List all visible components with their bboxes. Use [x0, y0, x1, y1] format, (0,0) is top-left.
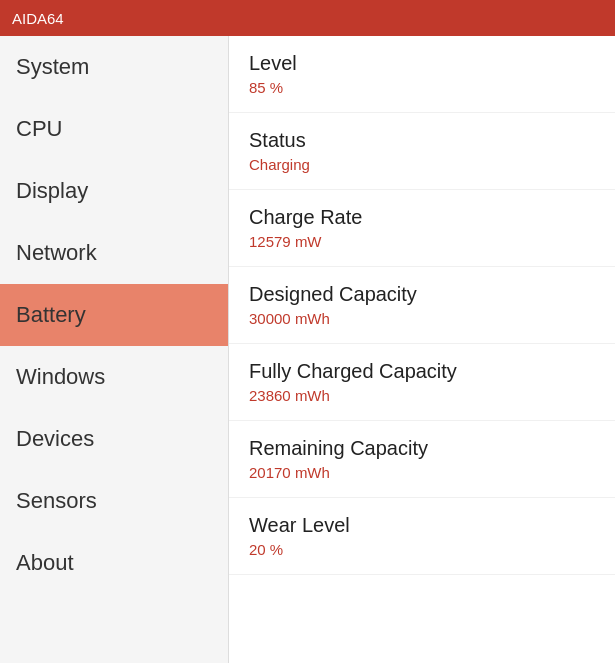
- info-value: 30000 mWh: [249, 310, 595, 327]
- title-bar: AIDA64: [0, 0, 615, 36]
- sidebar-item-sensors[interactable]: Sensors: [0, 470, 228, 532]
- sidebar-item-cpu[interactable]: CPU: [0, 98, 228, 160]
- sidebar-item-network[interactable]: Network: [0, 222, 228, 284]
- sidebar: SystemCPUDisplayNetworkBatteryWindowsDev…: [0, 36, 229, 663]
- info-value: 23860 mWh: [249, 387, 595, 404]
- info-value: 85 %: [249, 79, 595, 96]
- info-value: 20170 mWh: [249, 464, 595, 481]
- info-row: Charge Rate12579 mW: [229, 190, 615, 267]
- info-value: 12579 mW: [249, 233, 595, 250]
- sidebar-item-about[interactable]: About: [0, 532, 228, 594]
- info-label: Level: [249, 52, 595, 75]
- sidebar-item-battery[interactable]: Battery: [0, 284, 228, 346]
- info-label: Fully Charged Capacity: [249, 360, 595, 383]
- info-row: Level85 %: [229, 36, 615, 113]
- info-label: Charge Rate: [249, 206, 595, 229]
- info-label: Remaining Capacity: [249, 437, 595, 460]
- info-row: Remaining Capacity20170 mWh: [229, 421, 615, 498]
- sidebar-item-display[interactable]: Display: [0, 160, 228, 222]
- sidebar-item-devices[interactable]: Devices: [0, 408, 228, 470]
- info-row: Wear Level20 %: [229, 498, 615, 575]
- info-value: 20 %: [249, 541, 595, 558]
- info-label: Designed Capacity: [249, 283, 595, 306]
- info-row: StatusCharging: [229, 113, 615, 190]
- sidebar-item-windows[interactable]: Windows: [0, 346, 228, 408]
- info-row: Fully Charged Capacity23860 mWh: [229, 344, 615, 421]
- sidebar-item-system[interactable]: System: [0, 36, 228, 98]
- info-row: Designed Capacity30000 mWh: [229, 267, 615, 344]
- info-value: Charging: [249, 156, 595, 173]
- info-label: Wear Level: [249, 514, 595, 537]
- info-label: Status: [249, 129, 595, 152]
- content-area: Level85 %StatusChargingCharge Rate12579 …: [229, 36, 615, 663]
- app-title: AIDA64: [12, 10, 64, 27]
